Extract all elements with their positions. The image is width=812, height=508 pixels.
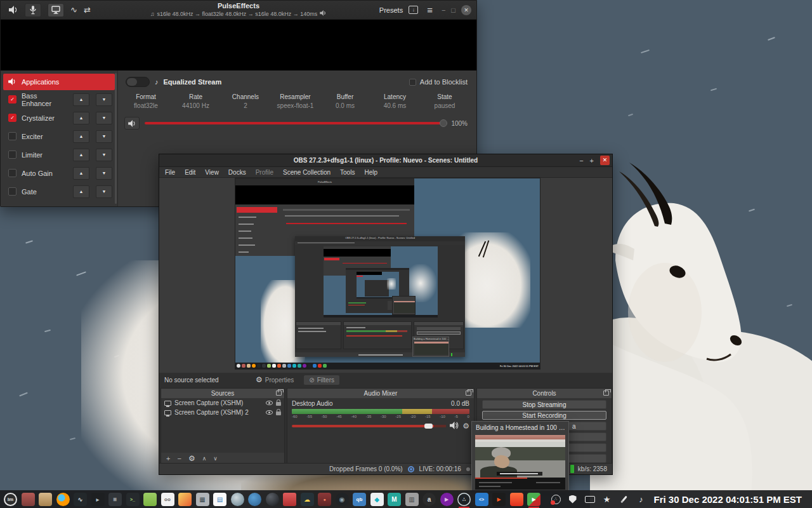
move-down-button[interactable]: ▼ [96,185,112,198]
blue-sphere-icon[interactable] [248,493,261,506]
qbittorrent-icon[interactable]: qb [353,493,366,506]
menu-item[interactable]: Tools [340,169,355,176]
dark-sphere-icon[interactable] [266,493,279,506]
kodi-icon[interactable]: ◆ [370,493,384,506]
lock-icon[interactable] [276,402,281,406]
speaker-icon[interactable] [450,420,459,432]
move-up-button[interactable]: ▲ [73,149,89,161]
music-note-icon[interactable]: ♪ [636,494,646,504]
sockets-icon[interactable]: oo [161,493,174,506]
move-up-button[interactable]: ▲ [73,130,89,143]
effect-checkbox[interactable] [8,150,16,159]
move-down-button[interactable]: ▼ [96,93,112,106]
star-icon[interactable]: ★ [602,494,612,504]
obs-titlebar[interactable]: OBS 27.2.3+dfsg1-1 (linux) - Profile: Nu… [159,154,612,167]
menu-item[interactable]: Scene Collection [283,169,331,176]
effect-checkbox[interactable] [8,187,16,196]
system-monitor-icon[interactable]: ∿ [74,493,87,506]
sidebar-scrollbar[interactable] [115,73,117,204]
file-manager-icon[interactable] [39,493,52,506]
volume-slider-handle[interactable] [440,119,447,127]
video-downloader-icon[interactable]: ▶ [492,493,506,506]
microphone-icon[interactable] [25,3,41,17]
monitor-icon[interactable] [48,3,64,17]
sidebar-item-applications[interactable]: Applications [3,74,115,90]
effect-checkbox[interactable]: ✓ [8,114,16,122]
mute-button[interactable] [124,117,140,130]
obs-status-icon[interactable]: ∴ [551,495,561,504]
effect-checkbox[interactable] [8,132,16,140]
sidebar-effect-row[interactable]: Auto Gain ▲ ▼ [3,164,115,182]
globe-icon[interactable] [231,493,244,506]
controls-dock-header[interactable]: Controls [477,389,612,398]
minimize-button[interactable]: − [579,157,583,164]
move-source-up-button[interactable]: ∧ [202,455,207,462]
maximize-button[interactable]: + [590,157,594,164]
mixer-settings-icon[interactable]: ⚙ [462,422,469,431]
move-source-down-button[interactable]: ∨ [213,455,218,462]
properties-button[interactable]: ⚙ Properties [251,374,299,385]
move-up-button[interactable]: ▲ [73,185,89,198]
move-up-button[interactable]: ▲ [73,93,89,106]
media-player-dark-icon[interactable]: ▸ [91,493,105,506]
move-down-button[interactable]: ▼ [96,130,112,143]
mixer-volume-handle[interactable] [424,424,433,429]
source-row[interactable]: Screen Capture (XSHM) [161,398,284,408]
maximize-button[interactable]: □ [451,6,455,14]
shuffle-icon[interactable]: ⇄ [84,5,91,15]
visibility-eye-icon[interactable] [266,401,273,405]
popout-icon[interactable] [603,391,609,396]
calculator-icon[interactable]: ▦ [196,493,209,506]
popout-icon[interactable] [466,391,471,396]
sidebar-effect-row[interactable]: Exciter ▲ ▼ [3,127,115,145]
close-button[interactable]: ✕ [461,5,471,15]
sidebar-effect-row[interactable]: ✓ Bass Enhancer ▲ ▼ [3,90,115,109]
red-folder-icon[interactable] [283,493,296,506]
remove-source-button[interactable]: − [177,455,181,462]
move-down-button[interactable]: ▼ [96,112,112,124]
effect-checkbox[interactable]: ✓ [8,95,16,104]
obs-icon[interactable]: ∴ [457,493,471,506]
popup-thumbnail[interactable] [475,435,565,490]
sidebar-effect-row[interactable]: Gate ▲ ▼ [3,182,115,201]
menu-item[interactable]: Help [364,169,377,176]
shield-icon[interactable] [568,494,578,504]
add-source-button[interactable]: + [166,455,170,462]
blocklist-checkbox[interactable] [409,79,416,86]
firefox-icon[interactable] [56,493,70,506]
menu-item[interactable]: View [205,169,219,176]
sticky-notes-icon[interactable]: ▤ [213,493,226,506]
move-down-button[interactable]: ▼ [96,167,112,180]
mixer-dock-header[interactable]: Audio Mixer [287,389,474,398]
lock-icon[interactable] [276,411,281,415]
save-preset-icon[interactable]: ↓ [409,6,418,14]
presets-button[interactable]: Presets [379,6,403,14]
source-row[interactable]: Screen Capture (XSHM) 2 [161,408,284,417]
source-properties-button[interactable]: ⚙ [188,454,195,463]
close-button[interactable]: ✕ [600,156,610,165]
hamburger-menu-icon[interactable]: ≡ [427,4,433,15]
move-down-button[interactable]: ▼ [96,149,112,161]
volume-slider[interactable] [145,122,446,124]
sine-wave-icon[interactable]: ∿ [70,5,77,15]
color-gradient-icon[interactable] [178,493,192,506]
mixer-volume-slider[interactable] [292,425,446,427]
brave-icon[interactable] [510,493,523,506]
move-up-button[interactable]: ▲ [73,167,89,180]
sources-dock-header[interactable]: Sources [161,389,284,398]
sidebar-effect-row[interactable]: ✓ Crystalizer ▲ ▼ [3,109,115,127]
stream-enable-toggle[interactable] [126,77,150,87]
wave-editor-icon[interactable]: M [388,493,401,506]
sidebar-effect-row[interactable]: Limiter ▲ ▼ [3,145,115,164]
terminal-icon[interactable]: >_ [126,493,140,506]
blocklist-row[interactable]: Add to Blocklist [409,78,468,86]
battery-icon[interactable] [585,494,595,504]
window-preview-popup[interactable]: Building a Homestead in 100 … [471,421,569,492]
cassette-icon[interactable]: ▥ [405,493,419,506]
mint-menu-icon[interactable]: lm [4,493,17,506]
brush-icon[interactable] [619,494,629,504]
menu-item[interactable]: Profile [256,169,273,176]
weather-monitor-icon[interactable]: ☁ [301,493,314,506]
media-player-purple-icon[interactable]: ▶ [440,493,454,506]
menu-item[interactable]: File [165,169,175,176]
